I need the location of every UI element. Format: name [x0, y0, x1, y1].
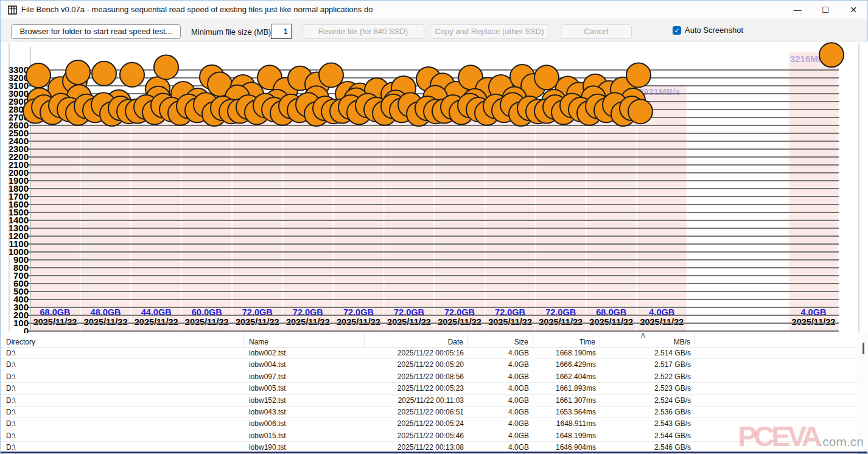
table-row[interactable]: D:\iobw152.tst2025/11/22 00:11:034.0GB16…: [1, 395, 858, 407]
x-date-label: 2025/11/22: [84, 317, 128, 327]
rewrite-file-button[interactable]: Rewrite file (for 840 SSD): [302, 24, 424, 39]
app-window: File Bench v0.07a - measuring sequential…: [0, 0, 868, 454]
column-header-date[interactable]: Date: [365, 333, 468, 347]
table-cell: 1661.893ms: [533, 383, 600, 394]
table-cell: 2025/11/22 00:06:51: [365, 407, 468, 418]
table-cell: iobw015.tst: [244, 430, 365, 442]
table-cell: iobw097.tst: [244, 371, 365, 383]
data-point-circle: [534, 65, 559, 89]
table-cell: 2.523 GB/s: [600, 383, 695, 394]
cancel-button[interactable]: Cancel: [561, 24, 632, 39]
x-date-label: 2025/11/22: [337, 317, 380, 327]
table-cell: 2025/11/22 00:05:23: [365, 383, 468, 394]
title-bar[interactable]: File Bench v0.07a - measuring sequential…: [1, 1, 867, 19]
x-date-label: 2025/11/22: [539, 317, 583, 327]
checkbox-check-icon[interactable]: ✓: [673, 26, 681, 35]
scatter-plot: 2931MB/s3216MB/s68.0GB2025/11/2248.0GB20…: [1, 41, 868, 333]
table-cell: 2025/11/22 00:05:24: [365, 418, 468, 430]
table-cell: 2025/11/22 00:05:16: [365, 347, 468, 359]
column-header-size[interactable]: Size: [468, 333, 533, 347]
table-cell: 2025/11/22 00:05:46: [365, 430, 468, 442]
table-cell: 1666.429ms: [533, 359, 600, 371]
table-cell: D:\: [1, 395, 244, 407]
data-point-circle: [819, 43, 844, 67]
data-point-circle: [626, 63, 651, 87]
min-file-size-input[interactable]: [271, 24, 292, 39]
table-cell: 2025/11/22 00:08:56: [365, 371, 468, 383]
auto-screenshot-label: Auto Screenshot: [685, 26, 743, 35]
table-row[interactable]: D:\iobw097.tst2025/11/22 00:08:564.0GB16…: [1, 371, 858, 383]
column-header-directory[interactable]: Directory: [1, 333, 244, 347]
table-cell: 2.522 GB/s: [600, 371, 695, 383]
table-cell: 1653.564ms: [533, 407, 600, 418]
test-column-bar: [131, 116, 181, 331]
table-header-row[interactable]: DirectoryNameDateSizeTimeMB/s: [1, 333, 858, 347]
table-cell: D:\: [1, 371, 244, 383]
table-cell: 4.0GB: [468, 383, 533, 394]
x-date-label: 2025/11/22: [792, 317, 836, 327]
x-date-label: 2025/11/22: [236, 317, 279, 327]
table-cell: 2.536 GB/s: [600, 407, 695, 418]
table-body: D:\iobw002.tst2025/11/22 00:05:164.0GB16…: [1, 347, 858, 454]
x-date-label: 2025/11/22: [185, 317, 229, 327]
data-point-circle: [319, 63, 343, 87]
x-date-label: 2025/11/22: [33, 317, 77, 327]
x-date-label: 2025/11/22: [488, 317, 532, 327]
table-cell: iobw043.tst: [244, 407, 365, 418]
data-point-circle: [628, 99, 653, 124]
table-cell: D:\: [1, 359, 244, 371]
x-date-label: 2025/11/22: [589, 317, 633, 327]
table-cell: D:\: [1, 430, 244, 442]
table-cell: 2.517 GB/s: [600, 359, 695, 371]
table-cell: D:\: [1, 407, 244, 418]
table-cell: 1668.190ms: [533, 347, 600, 359]
table-row[interactable]: D:\iobw043.tst2025/11/22 00:06:514.0GB16…: [1, 407, 858, 418]
table-cell: iobw005.tst: [244, 383, 365, 394]
x-date-label: 2025/11/22: [387, 317, 431, 327]
window-title: File Bench v0.07a - measuring sequential…: [21, 5, 373, 14]
table-cell: 4.0GB: [468, 371, 533, 383]
vertical-scrollbar[interactable]: [858, 333, 868, 453]
table-row[interactable]: D:\iobw005.tst2025/11/22 00:05:234.0GB16…: [1, 383, 858, 394]
data-point-circle: [120, 63, 144, 87]
data-point-circle: [154, 55, 178, 79]
x-date-label: 2025/11/22: [286, 317, 330, 327]
data-point-circle: [92, 61, 116, 86]
table-cell: iobw004.tst: [244, 359, 365, 371]
data-point-circle: [26, 63, 51, 88]
table-cell: D:\: [1, 418, 244, 430]
column-header-time[interactable]: Time: [533, 333, 600, 347]
table-cell: 1661.307ms: [533, 395, 600, 407]
table-cell: iobw152.tst: [244, 395, 365, 407]
x-date-label: 2025/11/22: [640, 317, 684, 327]
maximize-button[interactable]: ☐: [811, 1, 839, 19]
column-header-name[interactable]: Name: [244, 333, 365, 347]
results-table: DirectoryNameDateSizeTimeMB/s D:\iobw002…: [1, 333, 858, 454]
minimize-button[interactable]: —: [783, 1, 811, 19]
min-file-size-label: Minimum file size (MB):: [191, 27, 273, 37]
table-row[interactable]: D:\iobw006.tst2025/11/22 00:05:244.0GB16…: [1, 418, 858, 430]
speed-chart: 2931MB/s3216MB/s68.0GB2025/11/2248.0GB20…: [1, 41, 868, 333]
table-cell: 4.0GB: [468, 359, 533, 371]
table-cell: 2025/11/22 00:05:20: [365, 359, 468, 371]
auto-screenshot-checkbox[interactable]: ✓ Auto Screenshot: [673, 26, 743, 35]
table-cell: D:\: [1, 383, 244, 394]
table-cell: 4.0GB: [468, 418, 533, 430]
table-cell: iobw006.tst: [244, 418, 365, 430]
table-row[interactable]: D:\iobw015.tst2025/11/22 00:05:464.0GB16…: [1, 430, 858, 442]
x-date-label: 2025/11/22: [438, 317, 481, 327]
table-cell: 1662.404ms: [533, 371, 600, 383]
browse-folder-button[interactable]: Browser for folder to start read speed t…: [11, 24, 181, 39]
table-cell: 1648.199ms: [533, 430, 600, 442]
table-row[interactable]: D:\iobw002.tst2025/11/22 00:05:164.0GB16…: [1, 347, 858, 359]
scrollbar-thumb[interactable]: [863, 343, 864, 354]
copy-replace-button[interactable]: Copy and Replace (other SSD): [430, 24, 549, 39]
x-date-label: 2025/11/22: [135, 317, 178, 327]
table-row[interactable]: D:\iobw004.tst2025/11/22 00:05:204.0GB16…: [1, 359, 858, 371]
table-cell: 2025/11/22 00:11:03: [365, 395, 468, 407]
table-cell: D:\: [1, 347, 244, 359]
app-icon: [8, 5, 17, 15]
close-button[interactable]: ✕: [839, 1, 867, 19]
column-header-mb-s[interactable]: MB/s: [600, 333, 695, 347]
table-cell: 1648.911ms: [533, 418, 600, 430]
